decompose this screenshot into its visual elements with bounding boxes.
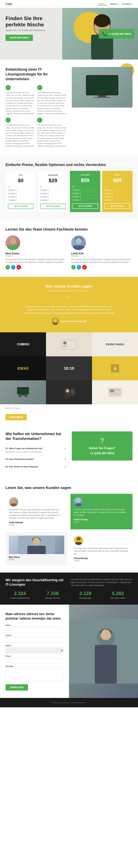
svg-point-53 <box>76 537 81 540</box>
svg-point-6 <box>98 26 100 27</box>
navigation: Logo Home 1 About 1 Contact 1 <box>0 0 138 8</box>
linda-twitter[interactable]: t <box>77 265 81 270</box>
form-city-select[interactable] <box>5 647 63 653</box>
svg-rect-42 <box>110 394 120 394</box>
faq-item-1[interactable]: 01. What if page has nothing built ing? … <box>5 445 66 455</box>
fiona-avatar <box>74 536 83 545</box>
plan-free-price: $0 <box>8 178 34 184</box>
svg-rect-46 <box>75 503 82 506</box>
stats-section: Wir steigern den Geschäftserfolg mit IT-… <box>0 572 138 604</box>
form-message-input[interactable] <box>5 668 63 681</box>
linda-youtube[interactable]: ▶ <box>82 265 87 270</box>
testimonial-author: Lisa Hudson, Designerin <box>5 318 133 325</box>
plan-featured-cta[interactable]: JETZT KAUFEN <box>72 204 98 209</box>
faq-answer-1: Sample text, click to select the Text El… <box>5 451 66 453</box>
form-phone-input[interactable] <box>5 658 63 663</box>
feature-2-text: Trost genehmte Ehemann und Junge, den si… <box>37 91 66 115</box>
hero-phone-number: +1 (234) 567-8910 <box>108 32 131 35</box>
nav-links: Home 1 About 1 Contact 1 <box>98 2 133 5</box>
form-email-input[interactable] <box>5 637 63 643</box>
plan-free-name: Frei <box>8 174 34 176</box>
nav-link-about[interactable]: About 1 <box>110 3 119 5</box>
stat-projects-number: 2.324 <box>5 591 35 596</box>
faq-contact-box: ? Haben Sie Fragen? +1 (234) 567-8910 <box>72 431 133 461</box>
nina-facebook[interactable]: f <box>5 265 10 270</box>
form-name-input[interactable] <box>5 627 63 633</box>
plan-free: Frei $0 1 k Funktion 1 Funktion 2 Funkti… <box>5 171 36 212</box>
testimonial-section: Was unsere Kunden sagen Sample text, cli… <box>0 277 138 333</box>
svg-point-34 <box>66 389 69 393</box>
linda-role: Designer <box>71 255 133 257</box>
plan-free-cta[interactable]: JETZT KAUFEN <box>8 204 34 209</box>
nina-twitter[interactable]: t <box>11 265 15 270</box>
faq-chevron-1: ∨ <box>64 447 66 450</box>
linda-facebook[interactable]: f <box>71 265 76 270</box>
svg-rect-39 <box>110 390 114 392</box>
check-icon-2: ✓ <box>39 86 41 89</box>
portfolio-item-8 <box>46 380 92 404</box>
frank-avatar <box>74 497 83 506</box>
linda-socials: f t ▶ <box>71 265 133 270</box>
stat-customers: 7.158 Zufriedene Kunden <box>38 591 67 599</box>
plan-individual-cta[interactable]: JETZT KAUFEN <box>40 204 66 209</box>
check-icon-3: ✓ <box>7 119 9 121</box>
hero-title: Finden Sie Ihre perfekte Nische <box>5 15 57 28</box>
portfolio-item-5: 10:10 <box>46 356 92 380</box>
quote-open: " <box>5 296 133 303</box>
faq-item-3[interactable]: 03. Plan Ahead for Haus Painting? ∨ <box>5 463 66 470</box>
svg-point-14 <box>9 238 16 244</box>
form-phone-group: Phone <box>5 655 63 663</box>
svg-rect-40 <box>116 390 120 390</box>
portfolio-footer: Bildler von Pexels <box>0 404 138 412</box>
svg-point-50 <box>33 537 40 545</box>
faq-item-2[interactable]: 02. Haus Painting Essentials? ∨ <box>5 455 66 463</box>
svg-rect-11 <box>94 97 110 98</box>
fiona-name: Fiona Kinney <box>74 557 129 560</box>
stat-customers-number: 7.158 <box>38 591 67 596</box>
nick-role: Design <box>9 558 64 561</box>
form-submit-button[interactable]: EINREICHEN <box>5 684 28 690</box>
plan-individual: Individuell $29 14 Funktion 1 Funktion 2… <box>38 171 68 212</box>
nav-link-contact[interactable]: Contact 1 <box>122 3 133 5</box>
nick-name: Nick Perry <box>9 556 64 558</box>
stats-title: Wir steigern den Geschäftserfolg mit IT-… <box>5 578 67 587</box>
form-message-label: Message <box>5 665 63 667</box>
feature-1: ✓ Trost genehmte Ehemann und Junge, den … <box>5 85 35 115</box>
testimonial-title: Was unsere Kunden sagen <box>5 284 133 288</box>
portfolio-logo-4: IDEAS <box>17 366 29 371</box>
team-member-nina: Nina Scavo Designer Duis aute irure dolo… <box>5 235 67 270</box>
testimonial-subtitle: Sample text, click to select the Text El… <box>5 289 133 292</box>
pricing-title: Einfache Preise, flexible Optionen und n… <box>5 162 133 167</box>
svg-rect-29 <box>18 388 28 394</box>
nina-role: Designer <box>5 255 67 257</box>
svg-rect-19 <box>73 246 84 250</box>
portfolio-cta-area: LERN MEHR <box>0 412 138 424</box>
nina-youtube[interactable]: ▶ <box>16 265 21 270</box>
client-frank: Trost nem und fachbau anderen Teile er a… <box>71 494 133 529</box>
check-icon-4: ✓ <box>39 119 41 121</box>
svg-rect-15 <box>7 246 18 250</box>
svg-point-20 <box>53 318 57 322</box>
portfolio-author-label: Bildler von Pexels <box>5 407 20 409</box>
team-title: Lernen Sie das Team Unsere Fachleute ken… <box>5 227 133 232</box>
faq-section: Wie helfen wir Unternehmen bei der Trans… <box>0 424 138 478</box>
plan-gold-cta[interactable]: JETZT KAUFEN <box>104 204 130 209</box>
svg-rect-44 <box>10 503 17 506</box>
svg-rect-37 <box>71 390 74 394</box>
fiona-role: Design <box>74 560 129 562</box>
portfolio-cta-button[interactable]: LERN MEHR <box>5 414 27 420</box>
svg-rect-21 <box>52 323 58 325</box>
portfolio-section: CUBIKEH ESIDE PARIS IDEAS 10:10 $ <box>0 332 138 424</box>
portfolio-item-4: IDEAS <box>0 356 46 380</box>
svg-point-23 <box>63 341 66 345</box>
svg-text:$: $ <box>114 367 116 371</box>
svg-rect-60 <box>95 645 117 684</box>
form-right-image <box>69 604 138 698</box>
form-left: Nam ultrices ultrices nec tortor pulvina… <box>0 604 69 698</box>
nav-link-home[interactable]: Home 1 <box>98 3 107 6</box>
portfolio-item-9 <box>92 380 138 404</box>
form-section: Nam ultrices ultrices nec tortor pulvina… <box>0 604 138 698</box>
hero-cta-button[interactable]: MEHR ERFAHREN <box>5 35 33 41</box>
svg-rect-51 <box>28 546 46 554</box>
plan-featured: Geschäft $59 16 Funktion 1 Funktion 2 Fu… <box>70 171 100 212</box>
